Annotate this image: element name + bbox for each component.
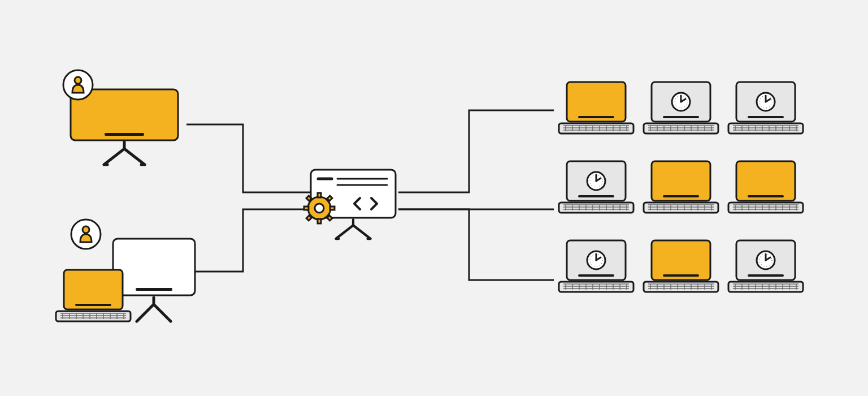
architecture-diagram xyxy=(0,0,868,396)
gear-icon xyxy=(304,193,335,223)
user-icon xyxy=(71,219,101,249)
svg-rect-35 xyxy=(304,206,309,210)
worker-laptop-pending xyxy=(644,82,718,134)
worker-laptop-pending xyxy=(559,161,633,213)
svg-rect-33 xyxy=(318,193,321,197)
worker-laptop-active xyxy=(644,161,718,213)
worker-laptop-pending xyxy=(728,82,803,134)
svg-point-32 xyxy=(315,204,324,213)
worker-laptop-pending xyxy=(728,240,803,292)
svg-rect-39 xyxy=(306,216,311,221)
worker-laptop-active xyxy=(559,82,633,134)
worker-laptop-active xyxy=(644,240,718,292)
worker-laptop-active xyxy=(728,161,803,213)
svg-rect-24 xyxy=(105,133,144,136)
user-icon xyxy=(63,70,93,100)
user-desktop-node xyxy=(63,70,178,165)
user-workstation-node xyxy=(56,219,195,321)
svg-rect-34 xyxy=(318,219,321,223)
worker-grid xyxy=(559,82,803,292)
svg-rect-25 xyxy=(113,239,195,295)
svg-rect-26 xyxy=(136,288,172,291)
svg-rect-36 xyxy=(330,206,335,210)
worker-laptop-pending xyxy=(559,240,633,292)
api-code-node xyxy=(304,170,396,239)
